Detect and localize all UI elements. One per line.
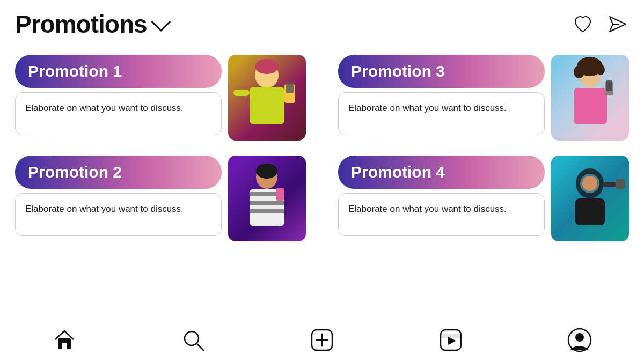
- svg-line-31: [197, 344, 203, 350]
- promo-card-2-content: Promotion 2 Elaborate on what you want t…: [15, 156, 222, 241]
- promo-1-text: Elaborate on what you want to discuss.: [15, 92, 222, 135]
- reels-icon[interactable]: [437, 327, 464, 353]
- svg-rect-21: [256, 164, 277, 179]
- promo-4-label[interactable]: Promotion 4: [338, 156, 545, 189]
- svg-rect-19: [250, 209, 284, 213]
- promo-card-3: Promotion 3 Elaborate on what you want t…: [338, 55, 629, 141]
- search-icon[interactable]: [180, 327, 207, 353]
- heart-icon[interactable]: [571, 12, 595, 36]
- promo-1-image: [228, 55, 306, 141]
- promo-4-text: Elaborate on what you want to discuss.: [338, 193, 545, 236]
- promo-1-label[interactable]: Promotion 1: [15, 55, 222, 88]
- header-actions: [571, 12, 629, 36]
- promo-2-image: [228, 156, 306, 241]
- promo-3-text: Elaborate on what you want to discuss.: [338, 92, 545, 135]
- svg-rect-6: [286, 82, 294, 93]
- promo-4-image: [551, 156, 629, 241]
- svg-rect-18: [250, 201, 284, 205]
- svg-point-7: [255, 59, 279, 74]
- nav-profile[interactable]: [566, 327, 593, 353]
- chevron-down-icon[interactable]: [151, 16, 171, 35]
- svg-point-30: [185, 331, 199, 345]
- svg-rect-29: [62, 343, 67, 349]
- promo-card-3-content: Promotion 3 Elaborate on what you want t…: [338, 55, 545, 141]
- promo-card-1: Promotion 1 Elaborate on what you want t…: [15, 55, 306, 141]
- nav-home[interactable]: [51, 327, 78, 353]
- header: Promotions: [0, 0, 644, 44]
- profile-icon[interactable]: [566, 327, 593, 353]
- svg-rect-26: [603, 182, 618, 187]
- title-group: Promotions: [15, 10, 171, 39]
- send-icon[interactable]: [605, 12, 629, 36]
- promo-3-label[interactable]: Promotion 3: [338, 55, 545, 88]
- promo-card-4: Promotion 4 Elaborate on what you want t…: [338, 156, 629, 241]
- promo-2-text: Elaborate on what you want to discuss.: [15, 193, 222, 236]
- bottom-nav: [0, 316, 644, 362]
- nav-reels[interactable]: [437, 327, 464, 353]
- svg-rect-3: [250, 87, 284, 124]
- svg-point-14: [596, 64, 605, 75]
- nav-add[interactable]: [309, 327, 335, 353]
- svg-rect-36: [441, 334, 461, 338]
- svg-rect-27: [616, 179, 625, 189]
- svg-point-13: [574, 65, 584, 78]
- svg-point-39: [575, 333, 584, 342]
- svg-point-24: [582, 176, 597, 191]
- promo-2-label[interactable]: Promotion 2: [15, 156, 222, 189]
- promo-card-2: Promotion 2 Elaborate on what you want t…: [15, 156, 306, 241]
- promo-card-1-content: Promotion 1 Elaborate on what you want t…: [15, 55, 222, 141]
- svg-rect-20: [276, 188, 284, 201]
- nav-search[interactable]: [180, 327, 207, 353]
- promo-3-image: [551, 55, 629, 141]
- svg-rect-11: [606, 80, 612, 91]
- add-icon[interactable]: [309, 327, 335, 353]
- home-icon[interactable]: [51, 327, 78, 353]
- page-title: Promotions: [15, 10, 147, 39]
- promo-card-4-content: Promotion 4 Elaborate on what you want t…: [338, 156, 545, 241]
- svg-marker-37: [448, 337, 456, 345]
- promotions-grid: Promotion 1 Elaborate on what you want t…: [0, 44, 644, 252]
- svg-rect-9: [574, 88, 607, 124]
- svg-rect-25: [575, 198, 605, 225]
- svg-rect-4: [233, 90, 250, 96]
